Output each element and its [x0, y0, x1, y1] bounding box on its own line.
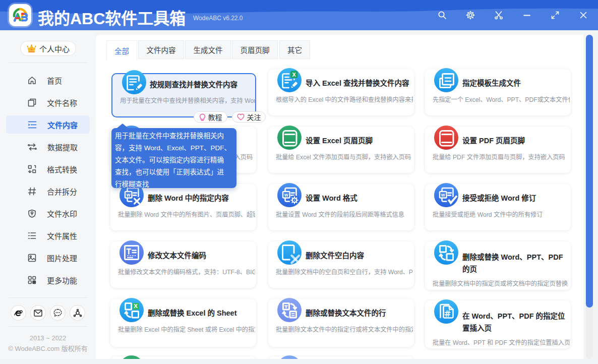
- svg-text:w: w: [284, 192, 288, 198]
- svg-text:w: w: [126, 192, 131, 198]
- svg-text:w: w: [441, 192, 445, 198]
- svg-text:X: X: [134, 303, 138, 309]
- svg-text:X: X: [292, 72, 296, 78]
